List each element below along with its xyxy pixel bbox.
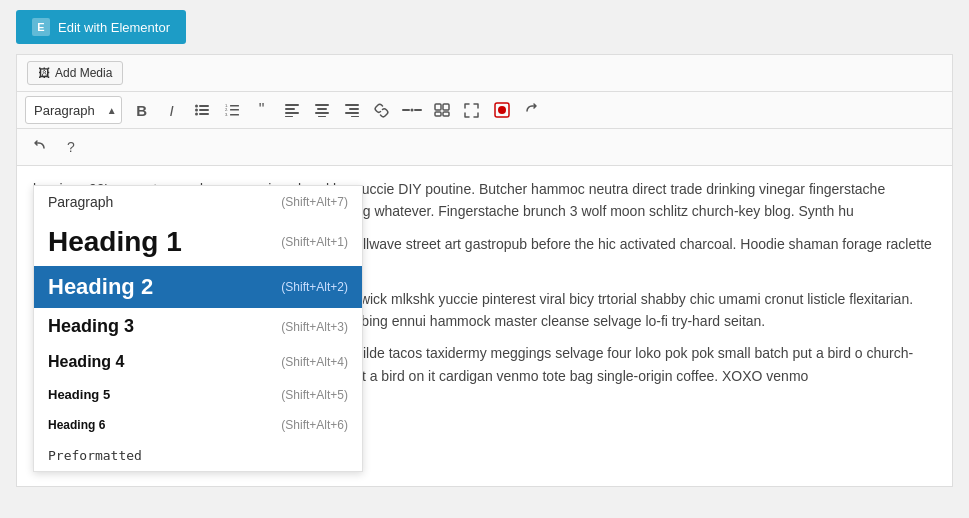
dropdown-item-label-h2: Heading 2 — [48, 274, 153, 300]
svg-point-0 — [195, 105, 198, 108]
bold-button[interactable]: B — [128, 96, 156, 124]
svg-rect-23 — [351, 116, 359, 117]
svg-rect-19 — [318, 116, 326, 117]
edit-elementor-label: Edit with Elementor — [58, 20, 170, 35]
add-media-label: Add Media — [55, 66, 112, 80]
record-button[interactable] — [488, 96, 516, 124]
fullscreen-icon — [464, 103, 479, 118]
blockquote-button[interactable]: " — [248, 96, 276, 124]
redo-button[interactable] — [518, 96, 546, 124]
editor-area: 🖼 Add Media Paragraph ▲ B I 1. — [16, 54, 953, 487]
dropdown-item-h6[interactable]: Heading 6(Shift+Alt+6) — [34, 410, 362, 440]
edit-elementor-button[interactable]: E Edit with Elementor — [16, 10, 186, 44]
ordered-list-icon: 1. 2. 3. — [225, 103, 239, 117]
svg-rect-28 — [443, 104, 449, 110]
dropdown-item-h1[interactable]: Heading 1(Shift+Alt+1) — [34, 218, 362, 266]
svg-text:3.: 3. — [225, 112, 228, 117]
toolbar-row2: ? — [17, 129, 952, 166]
dropdown-item-h5[interactable]: Heading 5(Shift+Alt+5) — [34, 379, 362, 410]
dropdown-item-shortcut-h5: (Shift+Alt+5) — [281, 388, 348, 402]
unordered-list-button[interactable] — [188, 96, 216, 124]
dropdown-item-h2[interactable]: Heading 2(Shift+Alt+2) — [34, 266, 362, 308]
italic-button[interactable]: I — [158, 96, 186, 124]
dropdown-item-label-h5: Heading 5 — [48, 387, 110, 402]
svg-rect-15 — [285, 116, 293, 117]
dropdown-item-preformatted[interactable]: Preformatted — [34, 440, 362, 471]
format-select-arrow-icon: ▲ — [103, 105, 121, 116]
unordered-list-icon — [195, 103, 209, 117]
dropdown-item-label-h3: Heading 3 — [48, 316, 134, 337]
svg-rect-5 — [199, 113, 209, 115]
help-button[interactable]: ? — [57, 133, 85, 161]
record-icon — [494, 102, 510, 118]
toolbar-toggle-icon — [434, 103, 450, 117]
svg-rect-30 — [443, 112, 449, 116]
undo-icon — [32, 140, 47, 155]
svg-rect-24 — [402, 109, 410, 111]
insert-more-icon — [402, 103, 422, 117]
format-dropdown: Paragraph(Shift+Alt+7)Heading 1(Shift+Al… — [33, 185, 363, 472]
svg-rect-21 — [349, 108, 359, 110]
dropdown-item-h3[interactable]: Heading 3(Shift+Alt+3) — [34, 308, 362, 345]
svg-rect-18 — [315, 112, 329, 114]
svg-rect-27 — [435, 104, 441, 110]
dropdown-item-shortcut-h4: (Shift+Alt+4) — [281, 355, 348, 369]
link-button[interactable] — [368, 96, 396, 124]
svg-rect-12 — [285, 104, 299, 106]
media-bar: 🖼 Add Media — [17, 55, 952, 92]
align-left-icon — [285, 103, 299, 117]
dropdown-item-label-h6: Heading 6 — [48, 418, 105, 432]
insert-more-button[interactable] — [398, 96, 426, 124]
svg-rect-7 — [230, 105, 239, 107]
align-center-button[interactable] — [308, 96, 336, 124]
svg-rect-9 — [230, 109, 239, 111]
dropdown-item-label-h1: Heading 1 — [48, 226, 182, 258]
toolbar-row1: Paragraph ▲ B I 1. 2. 3. — [17, 92, 952, 129]
svg-rect-11 — [230, 114, 239, 116]
redo-icon — [524, 103, 539, 118]
align-center-icon — [315, 103, 329, 117]
blockquote-icon: " — [259, 101, 265, 119]
dropdown-item-shortcut-h2: (Shift+Alt+2) — [281, 280, 348, 294]
dropdown-item-label-h4: Heading 4 — [48, 353, 124, 371]
add-media-button[interactable]: 🖼 Add Media — [27, 61, 123, 85]
svg-rect-20 — [345, 104, 359, 106]
top-bar: E Edit with Elementor — [0, 0, 969, 54]
svg-rect-22 — [345, 112, 359, 114]
dropdown-item-shortcut-h6: (Shift+Alt+6) — [281, 418, 348, 432]
elementor-icon: E — [32, 18, 50, 36]
svg-rect-13 — [285, 108, 295, 110]
format-select[interactable]: Paragraph ▲ — [25, 96, 122, 124]
svg-rect-16 — [315, 104, 329, 106]
add-media-icon: 🖼 — [38, 66, 50, 80]
svg-rect-3 — [199, 109, 209, 111]
dropdown-item-h4[interactable]: Heading 4(Shift+Alt+4) — [34, 345, 362, 379]
dropdown-item-label-paragraph: Paragraph — [48, 194, 113, 210]
svg-point-26 — [410, 109, 413, 112]
svg-rect-29 — [435, 112, 441, 116]
svg-point-32 — [498, 106, 506, 114]
dropdown-item-label-preformatted: Preformatted — [48, 448, 142, 463]
dropdown-item-shortcut-paragraph: (Shift+Alt+7) — [281, 195, 348, 209]
svg-rect-1 — [199, 105, 209, 107]
dropdown-item-shortcut-h3: (Shift+Alt+3) — [281, 320, 348, 334]
dropdown-item-paragraph[interactable]: Paragraph(Shift+Alt+7) — [34, 186, 362, 218]
svg-point-4 — [195, 113, 198, 116]
link-icon — [374, 103, 389, 118]
ordered-list-button[interactable]: 1. 2. 3. — [218, 96, 246, 124]
format-select-value: Paragraph — [26, 103, 103, 118]
undo-button[interactable] — [25, 133, 53, 161]
svg-rect-17 — [317, 108, 327, 110]
dropdown-item-shortcut-h1: (Shift+Alt+1) — [281, 235, 348, 249]
fullscreen-button[interactable] — [458, 96, 486, 124]
align-right-button[interactable] — [338, 96, 366, 124]
svg-rect-14 — [285, 112, 299, 114]
svg-point-2 — [195, 109, 198, 112]
svg-rect-25 — [414, 109, 422, 111]
help-icon: ? — [67, 139, 75, 155]
align-left-button[interactable] — [278, 96, 306, 124]
align-right-icon — [345, 103, 359, 117]
toolbar-toggle-button[interactable] — [428, 96, 456, 124]
